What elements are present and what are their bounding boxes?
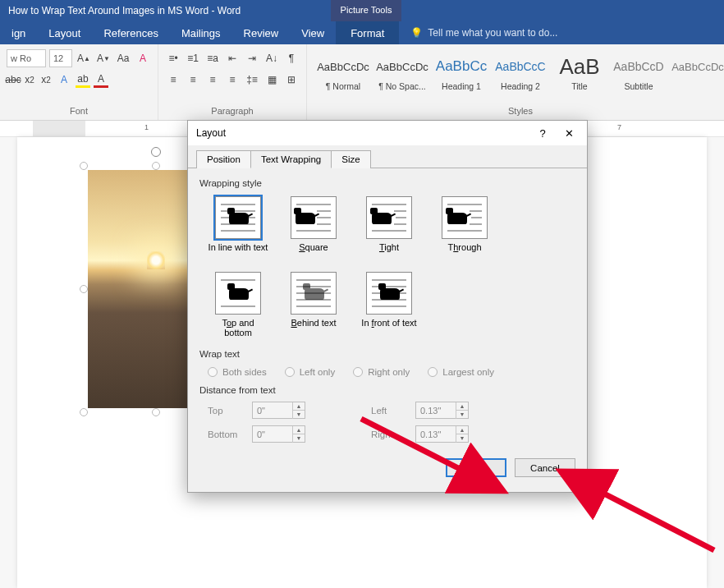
radio-right-only: Right only <box>353 367 410 377</box>
grow-font-button[interactable]: A▲ <box>76 50 92 67</box>
dist-bottom-input <box>253 430 292 439</box>
wrap-through[interactable]: Through <box>434 196 495 252</box>
tab-review[interactable]: Review <box>232 21 291 44</box>
superscript-button[interactable]: x2 <box>39 71 53 88</box>
tab-format[interactable]: Format <box>336 21 399 44</box>
font-name-combo[interactable]: w Ro <box>7 49 46 67</box>
wrapping-style-label: Wrapping style <box>199 175 575 191</box>
style-card[interactable]: AaBbCcDc <box>668 48 724 100</box>
dist-top-input <box>253 406 292 416</box>
dialog-title: Layout <box>196 127 529 139</box>
radio-both-sides: Both sides <box>208 367 267 377</box>
wrap-square[interactable]: Square <box>283 196 344 252</box>
resize-handle-tl[interactable] <box>80 162 88 170</box>
tab-size[interactable]: Size <box>331 150 370 168</box>
multilevel-button[interactable]: ≡a <box>204 50 221 67</box>
styles-group-label: Styles <box>314 103 724 120</box>
dist-bottom-spinner: ▲▼ <box>252 425 305 443</box>
align-center-button[interactable]: ≡ <box>185 71 201 88</box>
wrap-square-label: Square <box>299 242 328 252</box>
dist-right-spinner: ▲▼ <box>415 425 469 443</box>
wrap-infront-label: In front of text <box>361 318 416 328</box>
style-card[interactable]: AaBbCcHeading 1 <box>432 48 491 100</box>
text-effects-button[interactable]: A <box>56 71 72 88</box>
tell-me-placeholder: Tell me what you want to do... <box>428 27 557 39</box>
highlight-button[interactable]: ab <box>76 71 90 88</box>
rotate-handle[interactable] <box>151 147 161 157</box>
subscript-button[interactable]: x2 <box>23 71 36 88</box>
wrap-through-label: Through <box>448 242 482 252</box>
increase-indent-button[interactable]: ⇥ <box>244 50 260 67</box>
wrap-tight-label: Tight <box>379 242 399 252</box>
wrap-behind[interactable]: Behind text <box>283 272 344 338</box>
dist-bottom-label: Bottom <box>208 430 244 439</box>
ribbon-tabs: ign Layout References Mailings Review Vi… <box>0 21 724 44</box>
shrink-font-button[interactable]: A▼ <box>95 50 112 67</box>
align-right-button[interactable]: ≡ <box>204 71 221 88</box>
wrap-text-label: Wrap text <box>199 346 575 362</box>
tab-references[interactable]: References <box>92 21 169 44</box>
shading-button[interactable]: ▦ <box>263 71 280 88</box>
change-case-button[interactable]: Aa <box>115 50 131 67</box>
window-title: How to Wrap Text Around Images in MS Wor… <box>0 5 331 16</box>
dialog-close-button[interactable]: ✕ <box>556 123 582 143</box>
font-color-button[interactable]: A <box>94 71 108 88</box>
dist-left-label: Left <box>371 406 407 416</box>
dialog-help-button[interactable]: ? <box>529 123 556 143</box>
wrap-inline-label: In line with text <box>208 242 268 252</box>
dist-top-label: Top <box>208 406 244 416</box>
resize-handle-b[interactable] <box>152 408 160 416</box>
tab-design[interactable]: ign <box>0 21 37 44</box>
style-card[interactable]: AaBbCcDc¶ Normal <box>314 48 373 100</box>
wrap-infront[interactable]: In front of text <box>359 272 419 338</box>
tab-position[interactable]: Position <box>196 150 251 168</box>
justify-button[interactable]: ≡ <box>224 71 241 88</box>
tab-layout[interactable]: Layout <box>37 21 92 44</box>
dist-left-input <box>416 406 456 416</box>
cancel-button[interactable]: Cancel <box>515 458 575 477</box>
strikethrough-button[interactable]: abc <box>7 71 20 88</box>
show-marks-button[interactable]: ¶ <box>283 50 300 67</box>
wrap-topbottom-label: Top and bottom <box>222 318 254 338</box>
resize-handle-t[interactable] <box>152 162 160 170</box>
borders-button[interactable]: ⊞ <box>283 71 300 88</box>
numbering-button[interactable]: ≡1 <box>185 50 201 67</box>
wrap-inline[interactable]: In line with text <box>208 196 268 252</box>
sort-button[interactable]: A↓ <box>263 50 280 67</box>
styles-group: AaBbCcDc¶ NormalAaBbCcDc¶ No Spac...AaBb… <box>307 44 724 120</box>
lightbulb-icon: 💡 <box>410 27 423 39</box>
radio-largest-only: Largest only <box>428 367 494 377</box>
dialog-titlebar[interactable]: Layout ? ✕ <box>188 121 587 145</box>
wrap-behind-label: Behind text <box>291 318 336 328</box>
style-card[interactable]: AaBbCcCHeading 2 <box>491 48 550 100</box>
style-card[interactable]: AaBbCcDSubtitle <box>609 48 668 100</box>
dist-right-input <box>416 430 456 439</box>
resize-handle-l[interactable] <box>80 285 88 293</box>
context-tab-label: Picture Tools <box>331 0 402 21</box>
dialog-tabs: Position Text Wrapping Size <box>188 145 587 168</box>
style-card[interactable]: AaBbCcDc¶ No Spac... <box>373 48 432 100</box>
resize-handle-bl[interactable] <box>80 408 88 416</box>
font-size-combo[interactable]: 12 <box>49 49 72 67</box>
wrap-topbottom[interactable]: Top and bottom <box>208 272 268 338</box>
distance-label: Distance from text <box>199 382 575 398</box>
dist-top-spinner: ▲▼ <box>252 402 305 419</box>
clear-formatting-button[interactable]: A <box>135 50 151 67</box>
layout-dialog: Layout ? ✕ Position Text Wrapping Size W… <box>187 120 588 493</box>
wrap-tight[interactable]: Tight <box>359 196 419 252</box>
style-card[interactable]: AaBTitle <box>550 48 609 100</box>
line-spacing-button[interactable]: ‡≡ <box>244 71 260 88</box>
ruler-mark-1: 1 <box>144 123 149 131</box>
paragraph-group-label: Paragraph <box>165 103 300 120</box>
font-group-label: Font <box>7 103 151 120</box>
tell-me-search[interactable]: 💡 Tell me what you want to do... <box>410 27 557 39</box>
align-left-button[interactable]: ≡ <box>165 71 181 88</box>
tab-view[interactable]: View <box>290 21 336 44</box>
tab-text-wrapping[interactable]: Text Wrapping <box>250 150 332 168</box>
bullets-button[interactable]: ≡• <box>165 50 181 67</box>
tab-mailings[interactable]: Mailings <box>170 21 232 44</box>
decrease-indent-button[interactable]: ⇤ <box>224 50 241 67</box>
dist-left-spinner: ▲▼ <box>415 402 469 419</box>
paragraph-group: ≡• ≡1 ≡a ⇤ ⇥ A↓ ¶ ≡ ≡ ≡ ≡ ‡≡ ▦ ⊞ Paragra… <box>158 44 307 120</box>
ok-button[interactable]: OK <box>446 458 506 477</box>
